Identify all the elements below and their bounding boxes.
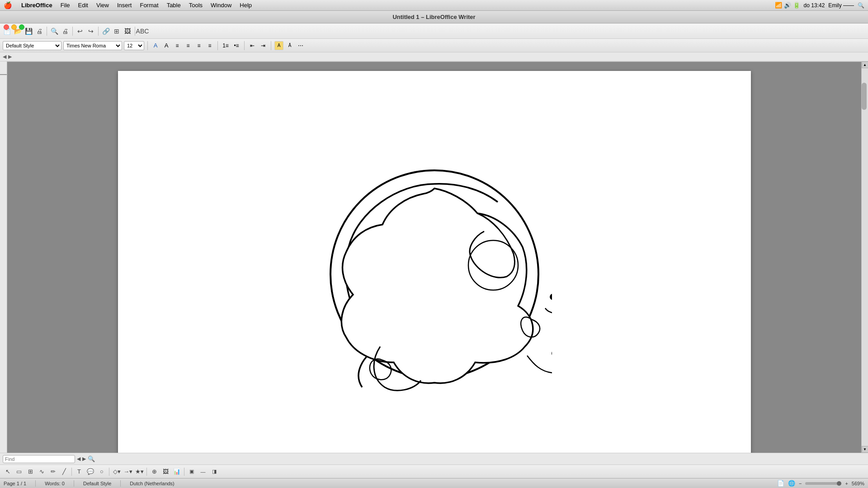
font-name-select[interactable]: Times New Roma [63,41,122,50]
vscrollbar[interactable]: ▲ ▼ [861,61,868,453]
menu-help[interactable]: Help [236,1,255,9]
redo-button[interactable]: ↪ [86,26,96,36]
save-as-button[interactable]: 🖨 [34,26,44,36]
gallifreyan-drawing [317,157,552,392]
view-normal-icon[interactable]: 📄 [777,480,784,487]
statusbar: Page 1 / 1 Words: 0 Default Style Dutch … [0,478,868,488]
find-next-button[interactable]: ▶ [82,456,86,462]
save-button[interactable]: 💾 [24,26,33,36]
draw-separator [71,468,72,476]
font-size-select[interactable]: 12 [124,41,144,50]
zoom-slider[interactable] [805,482,841,485]
status-separator [35,480,36,487]
back-button[interactable]: ◀ [3,54,6,60]
paragraph-style-select[interactable]: Default Style [3,41,61,50]
toolbar-separator [98,27,99,36]
highlight-button[interactable]: A [162,41,171,50]
callout-tool[interactable]: 💬 [85,467,95,477]
apple-menu[interactable]: 🍎 [4,1,12,9]
window-controls[interactable] [4,24,24,30]
stars-dropdown[interactable]: ★▾ [134,467,144,477]
status-separator [120,480,121,487]
bg-color-button[interactable]: A [274,41,283,50]
shadow-button[interactable]: ◨ [209,467,219,477]
menu-file[interactable]: File [57,1,74,9]
cursor-tool[interactable]: ↖ [3,467,13,477]
arrows-dropdown[interactable]: →▾ [123,467,133,477]
page-count: Page 1 / 1 [4,481,26,486]
indent-increase-button[interactable]: ⇥ [259,41,268,50]
table-button[interactable]: ⊞ [112,26,122,36]
freeform-tool[interactable]: ✏ [48,467,58,477]
toolbar-separator [147,41,148,50]
text-tool[interactable]: T [74,467,84,477]
nav-row: ◀ ▶ [0,52,868,61]
rectangle-tool[interactable]: ▭ [14,467,24,477]
menu-format[interactable]: Format [136,1,162,9]
findbar: ◀ ▶ 🔍 [0,453,868,465]
main-area: 3 4 5 6 7 8 9 10 [0,61,868,453]
menu-insert[interactable]: Insert [113,1,136,9]
draw-separator [146,468,147,476]
char-highlight-button[interactable]: Ā [285,41,294,50]
menubar-right: 📶 🔊 🔋 do 13:42 Emily —— 🔍 [775,2,864,9]
menu-window[interactable]: Window [207,1,235,9]
search-icon[interactable]: 🔍 [858,2,864,9]
justify-button[interactable]: ≡ [205,41,214,50]
grid-tool[interactable]: ⊞ [25,467,35,477]
svg-point-5 [550,294,552,300]
titlebar: Untitled 1 – LibreOffice Writer [0,11,868,23]
line-tool[interactable]: ╱ [59,467,69,477]
menu-tools[interactable]: Tools [185,1,206,9]
numbered-list-button[interactable]: 1≡ [221,41,230,50]
align-center-button[interactable]: ≡ [184,41,193,50]
scroll-thumb[interactable] [862,83,867,110]
draw-separator [109,468,109,476]
snap-to-grid-button[interactable]: ⊕ [149,467,159,477]
window-title: Untitled 1 – LibreOffice Writer [392,14,475,20]
document-area[interactable]: 3 4 5 6 7 8 9 10 [7,61,861,453]
find-input[interactable] [3,455,75,463]
align-right-button[interactable]: ≡ [194,41,203,50]
scroll-track[interactable] [862,68,868,446]
spell-check-button[interactable]: ABC [137,26,147,36]
scroll-up-button[interactable]: ▲ [862,61,868,68]
ruler-left [0,61,7,453]
close-button[interactable] [4,24,9,30]
undo-button[interactable]: ↩ [75,26,85,36]
more-format-button[interactable]: ⋯ [296,41,305,50]
insert-chart-button[interactable]: 📊 [172,467,182,477]
toolbar-formatting: Default Style Times New Roma 12 A A ≡ ≡ … [0,39,868,52]
status-separator [74,480,74,487]
menubar: 🍎 LibreOffice File Edit View Insert Form… [0,0,868,11]
maximize-button[interactable] [19,24,24,30]
fill-color-button[interactable]: ▣ [187,467,197,477]
print-preview-button[interactable]: 🔍 [49,26,59,36]
zoom-out-button[interactable]: − [799,481,802,486]
minimize-button[interactable] [11,24,17,30]
menu-view[interactable]: View [93,1,113,9]
indent-decrease-button[interactable]: ⇤ [248,41,257,50]
shapes-dropdown[interactable]: ◇▾ [112,467,122,477]
menu-edit[interactable]: Edit [75,1,92,9]
menu-table[interactable]: Table [163,1,184,9]
scroll-down-button[interactable]: ▼ [862,446,868,453]
bulleted-list-button[interactable]: •≡ [232,41,241,50]
menu-libreoffice[interactable]: LibreOffice [18,1,56,9]
line-color-button[interactable]: — [198,467,208,477]
find-search-button[interactable]: 🔍 [88,455,95,462]
insert-image-button[interactable]: 🖼 [123,26,132,36]
document-page [118,71,751,453]
zoom-level: 569% [852,481,864,486]
insert-image-button[interactable]: 🖼 [160,467,170,477]
hyperlink-button[interactable]: 🔗 [101,26,111,36]
font-color-button[interactable]: A [151,41,160,50]
bezier-tool[interactable]: ∿ [37,467,47,477]
zoom-in-button[interactable]: + [845,481,848,486]
align-left-button[interactable]: ≡ [173,41,182,50]
find-prev-button[interactable]: ◀ [77,456,80,462]
forward-button[interactable]: ▶ [8,54,12,60]
ellipse-tool[interactable]: ○ [97,467,107,477]
print-button[interactable]: 🖨 [60,26,70,36]
view-web-icon[interactable]: 🌐 [788,480,795,487]
